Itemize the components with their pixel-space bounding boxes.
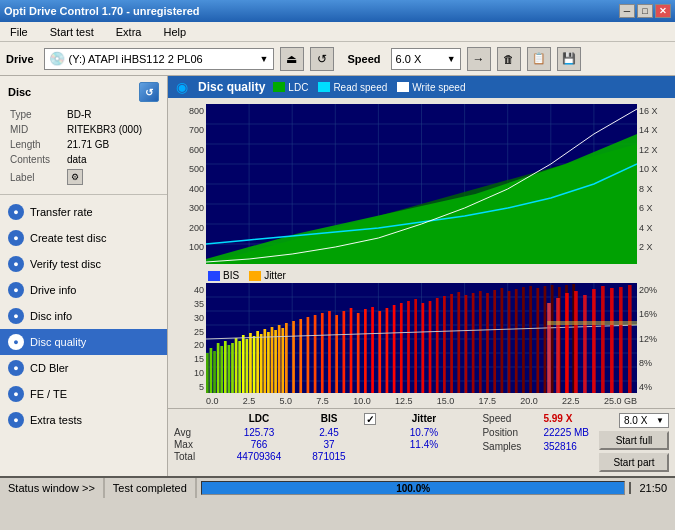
svg-rect-74	[400, 303, 403, 393]
sidebar-item-fe-te[interactable]: ● FE / TE	[0, 381, 167, 407]
svg-rect-37	[210, 348, 213, 393]
restore-button[interactable]: □	[637, 4, 653, 18]
svg-rect-45	[238, 341, 241, 393]
menu-extra[interactable]: Extra	[110, 25, 148, 39]
max-jitter: 11.4%	[384, 439, 464, 450]
create-test-disc-label: Create test disc	[30, 232, 106, 244]
jitter-check: ✓	[364, 413, 384, 425]
transfer-rate-icon: ●	[8, 204, 24, 220]
copy-button[interactable]: 📋	[527, 47, 551, 71]
legend-jitter: Jitter	[249, 270, 286, 281]
samples-label: Samples	[482, 441, 537, 452]
total-ldc: 44709364	[224, 451, 294, 462]
label-label: Label	[10, 168, 65, 186]
svg-rect-51	[260, 334, 263, 393]
chart-area: 800 700 600 500 400 300 200 100	[168, 100, 675, 408]
right-content: ◉ Disc quality LDC Read speed Write spee…	[168, 76, 675, 476]
svg-rect-59	[292, 321, 295, 393]
menu-file[interactable]: File	[4, 25, 34, 39]
bottom-chart: 0.0 2.5 5.0 7.5 10.0 12.5 15.0 17.5 20.0…	[206, 283, 637, 406]
close-button[interactable]: ✕	[655, 4, 671, 18]
sidebar-item-transfer-rate[interactable]: ● Transfer rate	[0, 199, 167, 225]
stats-right: Speed 5.99 X Position 22225 MB Samples 3…	[482, 413, 589, 452]
label-icon[interactable]: ⚙	[67, 169, 83, 185]
svg-rect-108	[628, 285, 632, 393]
title-bar: Opti Drive Control 1.70 - unregistered ─…	[0, 0, 675, 22]
disc-refresh-button[interactable]: ↺	[139, 82, 159, 102]
sidebar-item-cd-bler[interactable]: ● CD Bler	[0, 355, 167, 381]
svg-rect-99	[547, 303, 551, 393]
sidebar-item-disc-quality[interactable]: ● Disc quality	[0, 329, 167, 355]
drive-select[interactable]: 💿 (Y:) ATAPI iHBS112 2 PL06 ▼	[44, 48, 274, 70]
bottom-y-left: 40 35 30 25 20 15 10 5	[174, 283, 206, 406]
drive-label: Drive	[6, 53, 34, 65]
top-chart	[206, 104, 637, 266]
svg-rect-48	[249, 333, 252, 393]
speed-apply-button[interactable]: →	[467, 47, 491, 71]
svg-rect-75	[407, 301, 410, 393]
svg-rect-103	[583, 295, 587, 393]
eject-button[interactable]: ⏏	[280, 47, 304, 71]
svg-rect-50	[256, 331, 259, 393]
svg-rect-78	[429, 301, 432, 393]
speed-combo-value: 8.0 X	[624, 415, 647, 426]
svg-rect-38	[213, 351, 216, 393]
svg-rect-36	[206, 353, 209, 393]
top-chart-svg	[206, 104, 637, 264]
speed-select[interactable]: 6.0 X ▼	[391, 48, 461, 70]
total-label: Total	[174, 451, 224, 462]
toolbar: Drive 💿 (Y:) ATAPI iHBS112 2 PL06 ▼ ⏏ ↺ …	[0, 42, 675, 76]
x-axis-labels: 0.0 2.5 5.0 7.5 10.0 12.5 15.0 17.5 20.0…	[206, 396, 637, 406]
svg-rect-47	[246, 339, 249, 393]
fe-te-icon: ●	[8, 386, 24, 402]
svg-rect-58	[285, 323, 288, 393]
speed-dropdown-arrow: ▼	[447, 54, 456, 64]
chart-header: ◉ Disc quality LDC Read speed Write spee…	[168, 76, 675, 98]
jitter-color	[249, 271, 261, 281]
disc-info-icon: ●	[8, 308, 24, 324]
start-part-button[interactable]: Start part	[599, 453, 669, 472]
refresh-button[interactable]: ↺	[310, 47, 334, 71]
label-value: ⚙	[67, 168, 157, 186]
svg-rect-70	[371, 307, 374, 393]
length-label: Length	[10, 138, 65, 151]
svg-rect-63	[321, 313, 324, 393]
sidebar-item-disc-info[interactable]: ● Disc info	[0, 303, 167, 329]
speed-combo-arrow: ▼	[656, 416, 664, 425]
bottom-legend: BIS Jitter	[174, 268, 669, 283]
svg-rect-90	[515, 289, 518, 393]
mid-label: MID	[10, 123, 65, 136]
sidebar-item-create-test-disc[interactable]: ● Create test disc	[0, 225, 167, 251]
svg-rect-76	[414, 299, 417, 393]
svg-rect-39	[217, 343, 220, 393]
speed-combo-row: 8.0 X ▼	[619, 413, 669, 428]
sidebar-item-extra-tests[interactable]: ● Extra tests	[0, 407, 167, 433]
jitter-checkbox[interactable]: ✓	[364, 413, 376, 425]
status-bar: Status window >> Test completed 100.0% 2…	[0, 476, 675, 498]
save-button[interactable]: 💾	[557, 47, 581, 71]
disc-title: Disc	[8, 86, 31, 98]
sidebar-item-verify-test-disc[interactable]: ● Verify test disc	[0, 251, 167, 277]
svg-rect-102	[574, 291, 578, 393]
svg-rect-73	[393, 305, 396, 393]
disc-header: Disc ↺	[8, 82, 159, 102]
speed-combo[interactable]: 8.0 X ▼	[619, 413, 669, 428]
svg-rect-66	[342, 311, 345, 393]
write-speed-color	[397, 82, 409, 92]
menu-start-test[interactable]: Start test	[44, 25, 100, 39]
jitter-header: Jitter	[384, 413, 464, 425]
menu-help[interactable]: Help	[157, 25, 192, 39]
erase-button[interactable]: 🗑	[497, 47, 521, 71]
sidebar: Disc ↺ Type BD-R MID RITEKBR3 (000) Leng…	[0, 76, 168, 476]
position-value: 22225 MB	[543, 427, 589, 438]
sidebar-item-drive-info[interactable]: ● Drive info	[0, 277, 167, 303]
bis-header: BIS	[294, 413, 364, 425]
start-full-button[interactable]: Start full	[599, 431, 669, 450]
minimize-button[interactable]: ─	[619, 4, 635, 18]
legend-ldc: LDC	[273, 82, 308, 93]
legend-write-speed: Write speed	[397, 82, 465, 93]
disc-info-label: Disc info	[30, 310, 72, 322]
extra-tests-icon: ●	[8, 412, 24, 428]
avg-ldc: 125.73	[224, 427, 294, 438]
extra-tests-label: Extra tests	[30, 414, 82, 426]
